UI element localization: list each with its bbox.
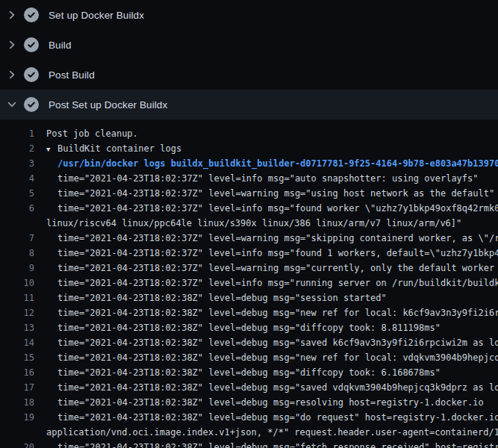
log-text: ▼BuildKit container logs xyxy=(34,141,181,156)
log-text: time="2021-04-23T18:02:37Z" level=info m… xyxy=(34,201,498,216)
log-line-number[interactable]: 19 xyxy=(0,410,34,425)
log-line-wrap: application/vnd.oci.image.index.v1+json,… xyxy=(0,425,498,440)
log-line: 16time="2021-04-23T18:02:38Z" level=debu… xyxy=(0,365,498,380)
log-line-number[interactable]: 6 xyxy=(0,201,34,216)
log-line-number[interactable]: 16 xyxy=(0,365,34,380)
group-collapse-icon[interactable]: ▼ xyxy=(46,142,57,156)
log-line-number[interactable]: 8 xyxy=(0,246,34,261)
log-line-number xyxy=(0,425,34,440)
log-line-number[interactable]: 11 xyxy=(0,290,34,305)
chevron-right-icon[interactable] xyxy=(6,39,18,51)
log-line-number[interactable]: 7 xyxy=(0,231,34,246)
check-circle-icon xyxy=(24,7,39,22)
log-line: 18time="2021-04-23T18:02:38Z" level=debu… xyxy=(0,395,498,410)
log-text: time="2021-04-23T18:02:38Z" level=debug … xyxy=(34,305,498,320)
step-row-post-build[interactable]: Post Build xyxy=(0,60,498,90)
log-line: 5time="2021-04-23T18:02:37Z" level=warni… xyxy=(0,186,498,201)
log-line: 9time="2021-04-23T18:02:37Z" level=warni… xyxy=(0,261,498,276)
chevron-right-icon[interactable] xyxy=(6,9,18,21)
log-line: 1Post job cleanup. xyxy=(0,126,498,141)
log-text: time="2021-04-23T18:02:37Z" level=info m… xyxy=(34,276,498,290)
log-text: linux/riscv64 linux/ppc64le linux/s390x … xyxy=(34,216,461,231)
log-line: 19time="2021-04-23T18:02:38Z" level=debu… xyxy=(0,410,498,425)
log-line: 4time="2021-04-23T18:02:37Z" level=info … xyxy=(0,171,498,186)
log-line-wrap: linux/riscv64 linux/ppc64le linux/s390x … xyxy=(0,216,498,231)
log-line: 12time="2021-04-23T18:02:38Z" level=debu… xyxy=(0,305,498,320)
log-line: 2▼BuildKit container logs xyxy=(0,141,498,156)
log-text: time="2021-04-23T18:02:38Z" level=debug … xyxy=(34,290,387,305)
log-text: time="2021-04-23T18:02:38Z" level=debug … xyxy=(34,440,498,448)
log-line-number[interactable]: 5 xyxy=(0,186,34,201)
log-text: time="2021-04-23T18:02:37Z" level=info m… xyxy=(34,171,479,186)
step-row-set-up-docker-buildx[interactable]: Set up Docker Buildx xyxy=(0,0,498,30)
log-line: 14time="2021-04-23T18:02:38Z" level=debu… xyxy=(0,335,498,350)
log-text: time="2021-04-23T18:02:37Z" level=info m… xyxy=(34,246,498,261)
log-text: time="2021-04-23T18:02:38Z" level=debug … xyxy=(34,365,441,380)
log-line-number[interactable]: 18 xyxy=(0,395,34,410)
job-log-viewer: Set up Docker BuildxBuildPost BuildPost … xyxy=(0,0,498,448)
log-line-number[interactable]: 13 xyxy=(0,320,34,335)
check-circle-icon xyxy=(24,67,39,82)
log-line-number[interactable]: 12 xyxy=(0,305,34,320)
log-line: 8time="2021-04-23T18:02:37Z" level=info … xyxy=(0,246,498,261)
step-label: Set up Docker Buildx xyxy=(49,10,144,21)
log-line-number[interactable]: 14 xyxy=(0,335,34,350)
log-line-number[interactable]: 2 xyxy=(0,141,34,156)
log-line-number[interactable]: 17 xyxy=(0,380,34,395)
log-line-number[interactable]: 20 xyxy=(0,440,34,448)
log-text: application/vnd.oci.image.index.v1+json,… xyxy=(34,425,498,440)
group-title[interactable]: BuildKit container logs xyxy=(57,143,181,154)
log-text: time="2021-04-23T18:02:37Z" level=warnin… xyxy=(34,261,498,276)
log-command-text: /usr/bin/docker logs buildx_buildkit_bui… xyxy=(34,156,498,171)
log-text: Post job cleanup. xyxy=(34,126,138,141)
log-line-number[interactable]: 9 xyxy=(0,261,34,276)
log-text: time="2021-04-23T18:02:38Z" level=debug … xyxy=(34,320,441,335)
log-line: 20time="2021-04-23T18:02:38Z" level=debu… xyxy=(0,440,498,448)
log-text: time="2021-04-23T18:02:38Z" level=debug … xyxy=(34,350,498,365)
log-text: time="2021-04-23T18:02:38Z" level=debug … xyxy=(34,380,498,395)
log-line: 11time="2021-04-23T18:02:38Z" level=debu… xyxy=(0,290,498,305)
log-line-number xyxy=(0,216,34,231)
chevron-right-icon[interactable] xyxy=(6,69,18,81)
log-area: 1Post job cleanup.2▼BuildKit container l… xyxy=(0,119,498,448)
log-line: 3/usr/bin/docker logs buildx_buildkit_bu… xyxy=(0,156,498,171)
log-line-number[interactable]: 1 xyxy=(0,126,34,141)
log-line-number[interactable]: 3 xyxy=(0,156,34,171)
step-row-post-set-up-docker-buildx[interactable]: Post Set up Docker Buildx xyxy=(0,90,498,119)
check-circle-icon xyxy=(24,97,39,112)
log-text: time="2021-04-23T18:02:37Z" level=warnin… xyxy=(34,186,494,201)
step-label: Post Set up Docker Buildx xyxy=(49,99,167,111)
log-text: time="2021-04-23T18:02:37Z" level=warnin… xyxy=(34,231,498,246)
log-text: time="2021-04-23T18:02:38Z" level=debug … xyxy=(34,395,484,410)
step-row-build[interactable]: Build xyxy=(0,30,498,60)
check-circle-icon xyxy=(24,37,39,52)
log-line: 17time="2021-04-23T18:02:38Z" level=debu… xyxy=(0,380,498,395)
log-line-number[interactable]: 15 xyxy=(0,350,34,365)
log-line: 13time="2021-04-23T18:02:38Z" level=debu… xyxy=(0,320,498,335)
steps-list: Set up Docker BuildxBuildPost BuildPost … xyxy=(0,0,498,119)
log-line: 6time="2021-04-23T18:02:37Z" level=info … xyxy=(0,201,498,216)
log-line: 10time="2021-04-23T18:02:37Z" level=info… xyxy=(0,276,498,290)
log-text: time="2021-04-23T18:02:38Z" level=debug … xyxy=(34,335,498,350)
log-text: time="2021-04-23T18:02:38Z" level=debug … xyxy=(34,410,498,425)
log-line: 7time="2021-04-23T18:02:37Z" level=warni… xyxy=(0,231,498,246)
step-label: Post Build xyxy=(49,69,95,81)
log-line-number[interactable]: 4 xyxy=(0,171,34,186)
chevron-down-icon[interactable] xyxy=(6,99,18,111)
step-label: Build xyxy=(49,40,72,51)
log-line-number[interactable]: 10 xyxy=(0,276,34,290)
log-line: 15time="2021-04-23T18:02:38Z" level=debu… xyxy=(0,350,498,365)
